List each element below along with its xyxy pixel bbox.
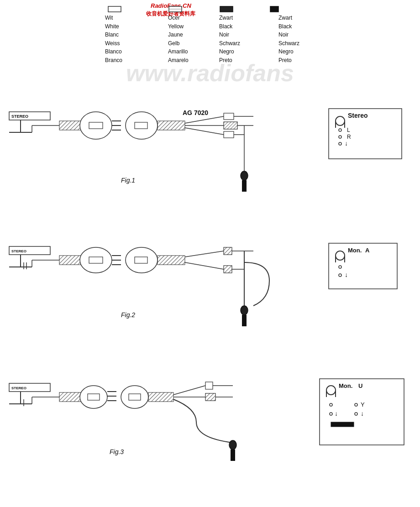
svg-line-64 <box>185 251 224 257</box>
legend-col4: Zwart Black Noir Schwarz Negro Preto <box>278 14 299 65</box>
svg-text:A: A <box>365 247 370 254</box>
svg-text:STEREO: STEREO <box>11 114 28 119</box>
legend-col1: Wit White Blanc Weiss Blanco Branco <box>105 14 122 65</box>
svg-text:Fig.2: Fig.2 <box>121 311 135 319</box>
svg-text:↓: ↓ <box>361 410 364 417</box>
svg-rect-57 <box>89 257 103 263</box>
svg-rect-65 <box>224 247 232 255</box>
svg-rect-104 <box>205 393 215 401</box>
svg-text:U: U <box>358 382 362 389</box>
figure-3: STEREO <box>0 363 420 495</box>
svg-line-27 <box>185 128 224 135</box>
figure-1: STEREO AG 7020 <box>0 91 420 224</box>
svg-text:STEREO: STEREO <box>11 249 26 253</box>
svg-rect-18 <box>135 122 147 129</box>
black-swatch1-row <box>219 5 235 15</box>
svg-rect-93 <box>88 394 100 400</box>
svg-text:AG 7020: AG 7020 <box>183 109 208 116</box>
svg-rect-32 <box>242 180 247 192</box>
svg-text:Mon.: Mon. <box>339 382 352 389</box>
svg-rect-68 <box>224 266 232 273</box>
fig2-diagram: STEREO <box>0 226 420 358</box>
svg-text:↓: ↓ <box>345 140 348 147</box>
svg-rect-3 <box>220 6 233 12</box>
svg-rect-22 <box>224 113 234 120</box>
svg-rect-63 <box>158 256 185 265</box>
fig3-diagram: STEREO <box>0 363 420 495</box>
svg-rect-62 <box>135 257 147 263</box>
svg-text:STEREO: STEREO <box>11 386 26 390</box>
svg-text:Y: Y <box>361 401 365 408</box>
white-swatch-row <box>107 5 123 15</box>
svg-text:Fig.1: Fig.1 <box>121 177 135 184</box>
fig1-diagram: STEREO AG 7020 <box>0 91 420 224</box>
svg-rect-4 <box>270 6 278 12</box>
svg-text:R: R <box>347 134 351 140</box>
svg-line-21 <box>185 116 224 123</box>
legend-col3: Zwart Black Noir Schwarz Negro Preto <box>219 14 240 65</box>
figure-2: STEREO <box>0 226 420 358</box>
svg-rect-19 <box>158 121 185 130</box>
black-swatch2-row <box>269 5 279 15</box>
legend-col2: Ocer Yellow Jaune Gelb Amarillo Amarelo <box>168 14 189 65</box>
svg-rect-72 <box>242 315 247 326</box>
svg-text:Fig.3: Fig.3 <box>110 448 124 455</box>
svg-point-71 <box>241 306 248 315</box>
svg-rect-25 <box>224 122 237 129</box>
legend-area: RadioFans.CN 收音机爱好者资料库 Wit White Blanc W… <box>0 0 420 91</box>
svg-rect-99 <box>148 392 173 402</box>
svg-point-106 <box>229 440 236 450</box>
svg-point-31 <box>241 171 248 180</box>
figures-area: STEREO AG 7020 <box>0 91 420 507</box>
svg-text:Mon.: Mon. <box>348 247 362 254</box>
svg-rect-13 <box>89 122 103 129</box>
svg-text:↓: ↓ <box>345 271 348 278</box>
svg-rect-28 <box>224 131 234 138</box>
svg-rect-0 <box>108 6 121 12</box>
svg-rect-101 <box>205 382 213 389</box>
svg-text:Stereo: Stereo <box>348 112 368 119</box>
yellow-swatch-row <box>168 5 184 15</box>
svg-line-100 <box>173 386 205 395</box>
svg-rect-107 <box>231 450 235 461</box>
svg-text:↓: ↓ <box>335 410 338 417</box>
svg-line-67 <box>185 262 224 269</box>
svg-rect-121 <box>331 422 354 427</box>
svg-text:L: L <box>347 127 350 133</box>
svg-rect-98 <box>129 394 141 400</box>
